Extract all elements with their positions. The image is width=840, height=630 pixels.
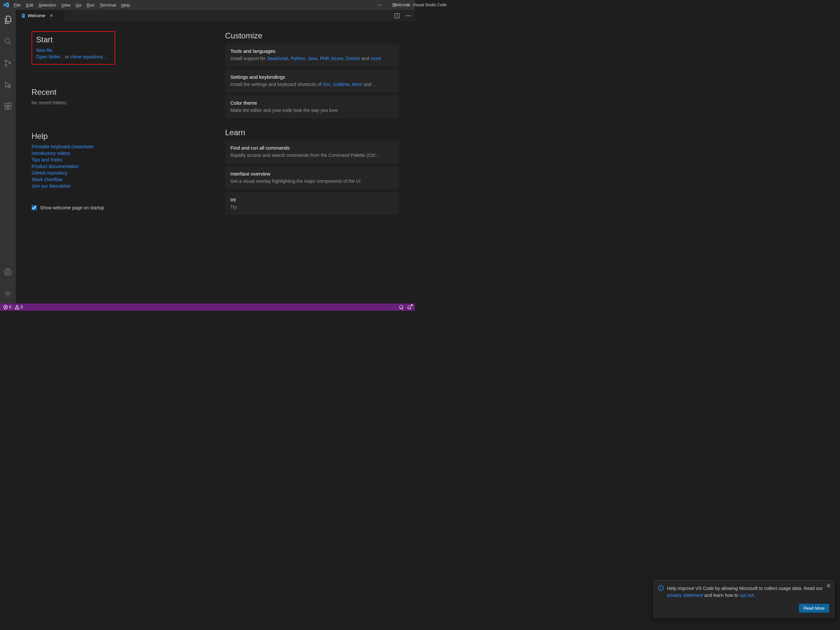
menu-file[interactable]: File [11, 1, 23, 9]
lang-js[interactable]: JavaScript [267, 56, 288, 61]
new-file-link[interactable]: New file [36, 47, 52, 53]
tab-close-icon[interactable]: × [50, 13, 53, 19]
vscode-logo-icon [20, 13, 25, 18]
source-control-icon[interactable] [0, 55, 16, 71]
split-editor-icon[interactable] [395, 13, 399, 18]
help-link-newsletter[interactable]: Join our Newsletter [32, 183, 212, 189]
svg-point-21 [17, 308, 17, 309]
menu-run[interactable]: Run [84, 1, 97, 9]
recent-heading: Recent [32, 88, 212, 97]
svg-point-4 [9, 62, 11, 64]
card-title: Color theme [231, 100, 394, 106]
notifications-bell-icon[interactable] [407, 305, 412, 309]
menu-go[interactable]: Go [73, 1, 84, 9]
svg-point-3 [5, 65, 7, 66]
svg-point-22 [399, 305, 403, 309]
svg-point-15 [408, 15, 409, 16]
keymap-vim[interactable]: Vim [322, 82, 330, 87]
search-icon[interactable] [0, 33, 16, 49]
card-tools-languages[interactable]: Tools and languages Install support for … [225, 44, 399, 66]
clone-repository-link[interactable]: clone repository... [70, 54, 106, 59]
window-title: Welcome - Visual Studio Code [393, 3, 415, 7]
card-title: Settings and keybindings [231, 74, 394, 80]
svg-point-12 [7, 293, 9, 295]
card-color-theme[interactable]: Color theme Make the editor and your cod… [225, 95, 399, 118]
learn-heading: Learn [225, 128, 399, 137]
svg-point-2 [5, 60, 7, 62]
explorer-icon[interactable] [0, 12, 16, 28]
lang-java[interactable]: Java [308, 56, 317, 61]
card-title: Tools and languages [231, 48, 394, 54]
help-link-docs[interactable]: Product documentation [32, 164, 212, 169]
svg-rect-6 [5, 103, 8, 106]
card-title: Find and run all commands [231, 145, 394, 151]
menu-help[interactable]: Help [118, 1, 133, 9]
help-links-list: Printable keyboard cheatsheet Introducto… [32, 144, 212, 189]
card-desc: Get a visual overlay highlighting the ma… [231, 178, 394, 184]
lang-python[interactable]: Python [291, 56, 305, 61]
card-title: Int [231, 197, 394, 202]
card-title: Interface overview [231, 171, 394, 177]
lang-php[interactable]: PHP [320, 56, 329, 61]
account-icon[interactable] [0, 264, 16, 280]
menu-selection[interactable]: Selection [36, 1, 58, 9]
help-link-stackoverflow[interactable]: Stack Overflow [32, 177, 212, 182]
card-desc: Make the editor and your code look the w… [231, 107, 394, 113]
lang-more[interactable]: more [371, 56, 381, 61]
svg-rect-9 [8, 103, 11, 106]
card-desc: Try [231, 204, 394, 210]
menu-terminal[interactable]: Terminal [97, 1, 118, 9]
card-desc: Rapidly access and search commands from … [231, 153, 394, 158]
help-link-github[interactable]: GitHub repository [32, 170, 212, 175]
help-link-cheatsheet[interactable]: Printable keyboard cheatsheet [32, 144, 212, 149]
minimize-icon[interactable] [375, 1, 383, 9]
lang-azure[interactable]: Azure [331, 56, 343, 61]
show-welcome-checkbox[interactable] [32, 205, 37, 210]
card-interface-overview[interactable]: Interface overview Get a visual overlay … [225, 166, 399, 189]
svg-point-16 [410, 15, 411, 16]
svg-point-11 [7, 270, 9, 272]
more-actions-icon[interactable] [406, 15, 411, 16]
svg-point-14 [406, 15, 407, 16]
card-settings-keybindings[interactable]: Settings and keybindings Install the set… [225, 69, 399, 92]
feedback-icon[interactable] [399, 305, 404, 310]
menu-edit[interactable]: Edit [23, 1, 36, 9]
help-heading: Help [32, 131, 212, 141]
notification-dot-icon [411, 304, 413, 306]
tab-welcome[interactable]: Welcome × [16, 10, 64, 21]
help-link-videos[interactable]: Introductory videos [32, 151, 212, 156]
menu-view[interactable]: View [59, 1, 73, 9]
help-link-tips[interactable]: Tips and Tricks [32, 157, 212, 163]
svg-rect-8 [8, 107, 11, 109]
keymap-atom[interactable]: Atom [352, 82, 363, 87]
settings-gear-icon[interactable] [0, 286, 16, 302]
open-folder-link[interactable]: Open folder... [36, 54, 64, 59]
lang-docker[interactable]: Docker [346, 56, 360, 61]
svg-rect-7 [5, 107, 8, 109]
card-find-run-commands[interactable]: Find and run all commands Rapidly access… [225, 141, 399, 163]
run-debug-icon[interactable] [0, 77, 16, 93]
card-desc: Install the settings and keyboard shortc… [231, 82, 394, 87]
svg-point-1 [5, 38, 9, 43]
customize-heading: Customize [225, 31, 399, 40]
card-desc: Install support for JavaScript, Python, … [231, 56, 394, 61]
no-recent-text: No recent folders [32, 100, 212, 105]
tab-label: Welcome [28, 13, 45, 18]
keymap-sublime[interactable]: Sublime [333, 82, 350, 87]
extensions-icon[interactable] [0, 98, 16, 114]
vscode-logo [3, 2, 9, 8]
show-welcome-label: Show welcome page on startup [40, 205, 104, 210]
start-section-highlight: Start New file Open folder... or clone r… [32, 31, 115, 65]
card-playground[interactable]: Int Try [225, 192, 399, 215]
start-heading: Start [36, 35, 111, 44]
status-warnings[interactable]: 0 [15, 305, 23, 309]
status-errors[interactable]: 0 [3, 305, 11, 309]
